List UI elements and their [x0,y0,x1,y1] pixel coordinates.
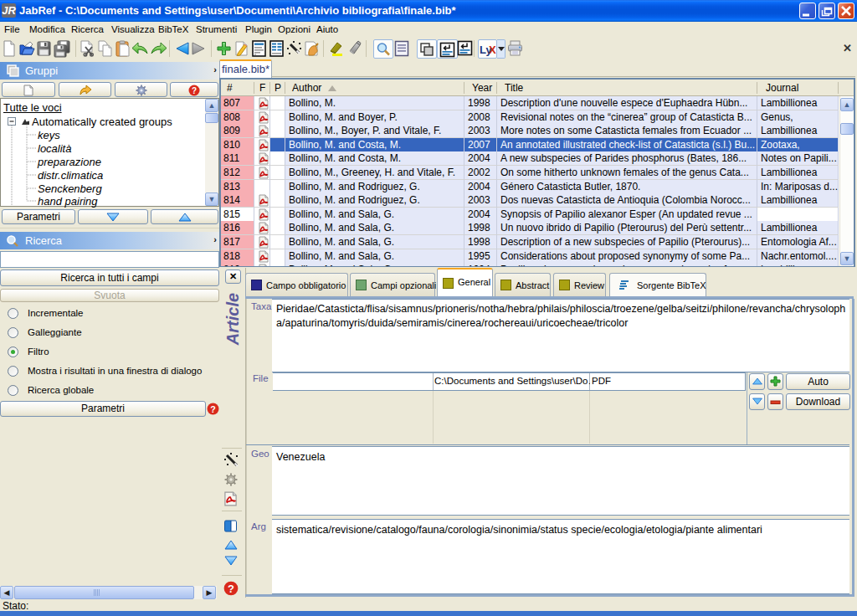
svg-text:?: ? [210,404,216,414]
svg-text:?: ? [192,86,197,95]
svg-text:X: X [489,44,496,56]
svg-text:?: ? [228,583,234,595]
